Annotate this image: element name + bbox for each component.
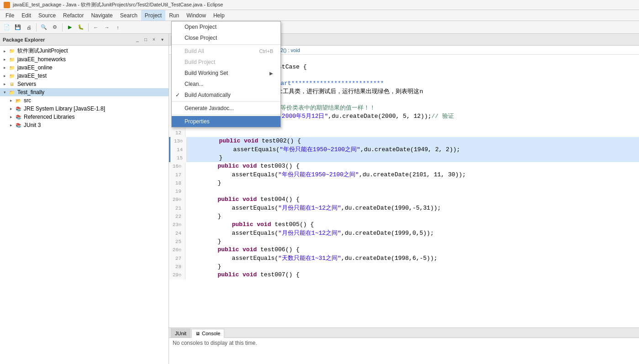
line-number: 24	[169, 229, 185, 237]
project-icon: 📁	[8, 56, 16, 63]
separator	[172, 115, 280, 115]
line-content: assertEquals("年份只能在1950~2100之间",du.creat…	[185, 171, 635, 179]
expand-arrow: ▸	[2, 81, 7, 87]
toolbar-gear[interactable]: ⚙	[50, 22, 60, 32]
tree-item-test-finally[interactable]: ▾ 📁 Test_finally	[0, 88, 169, 96]
toolbar-search[interactable]: 🔍	[39, 22, 49, 32]
line-content: public void test003() {	[185, 162, 635, 171]
bottom-panel: JUnit 🖥 Console No consoles to display a…	[169, 327, 639, 364]
code-line: 25 }	[169, 237, 639, 246]
maximize-icon[interactable]: □	[142, 36, 149, 43]
menu-search[interactable]: Search	[116, 10, 141, 21]
toolbar-new[interactable]: 📄	[2, 22, 12, 32]
console-text: No consoles to display at this time.	[173, 340, 257, 346]
tree-label: JRE System Library [JavaSE-1.8]	[24, 106, 105, 112]
close-panel-icon[interactable]: ×	[150, 36, 158, 43]
menu-window[interactable]: Window	[183, 10, 210, 21]
tree-item-online[interactable]: ▸ 📁 javaEE_online	[0, 63, 169, 72]
line-content: public void test005() {	[185, 221, 635, 229]
menu-build-all: Build All Ctrl+B	[172, 46, 280, 57]
code-line-15: 15 }	[169, 154, 639, 162]
toolbar-back[interactable]: ←	[91, 22, 101, 32]
code-line: 18 }	[169, 179, 639, 187]
checkmark-icon: ✓	[175, 92, 180, 98]
menu-help[interactable]: Help	[210, 10, 228, 21]
view-menu-icon[interactable]: ▾	[158, 36, 166, 43]
folder-icon: 🖥	[8, 80, 16, 88]
submenu-arrow-icon: ▶	[269, 71, 273, 76]
code-line: 26⊖ public void test006() {	[169, 246, 639, 254]
console-icon: 🖥	[195, 331, 200, 336]
menu-item-label: Close Project	[185, 35, 217, 41]
code-line: 12	[169, 129, 639, 137]
menu-refactor[interactable]: Refactor	[59, 10, 87, 21]
code-line: 16⊖ public void test003() {	[169, 162, 639, 171]
menu-build-automatically[interactable]: ✓ Build Automatically	[172, 90, 280, 100]
expand-arrow: ▸	[2, 57, 7, 62]
toolbar-sep2	[62, 23, 63, 32]
menu-file[interactable]: File	[2, 10, 18, 21]
line-number: 12	[169, 129, 185, 137]
tree-item-jre[interactable]: ▸ 📚 JRE System Library [JavaSE-1.8]	[0, 105, 169, 113]
window-title: javaEE_test_package - Java - 软件测试JunitPr…	[13, 1, 223, 8]
code-line: 20⊖ public void test004() {	[169, 195, 639, 204]
menu-close-project[interactable]: Close Project	[172, 32, 280, 43]
line-number: 13⊖	[170, 137, 187, 146]
tree-item-src[interactable]: ▸ 📂 src	[0, 96, 169, 105]
menu-run[interactable]: Run	[165, 10, 183, 21]
toolbar-up[interactable]: ↑	[113, 22, 123, 32]
tree-item-junit3[interactable]: ▸ 📚 JUnit 3	[0, 121, 169, 129]
menu-source[interactable]: Source	[35, 10, 59, 21]
line-content: public void test006() {	[185, 246, 635, 254]
toolbar-save[interactable]: 💾	[13, 22, 23, 32]
expand-arrow: ▾	[2, 90, 7, 95]
menu-navigate[interactable]: Navigate	[87, 10, 116, 21]
tree-item-javaee-test[interactable]: ▸ 📁 javaEE_test	[0, 72, 169, 80]
bottom-tabs: JUnit 🖥 Console	[169, 328, 639, 338]
package-tree: ▸ 📁 软件测试JunitProject ▸ 📁 javaEE_homework…	[0, 46, 169, 364]
tree-item-homeworks[interactable]: ▸ 📁 javaEE_homeworks	[0, 55, 169, 63]
package-explorer-header: Package Explorer _ □ × ▾	[0, 34, 169, 46]
tree-item-servers[interactable]: ▸ 🖥 Servers	[0, 80, 169, 88]
line-number: 29⊖	[169, 271, 185, 280]
tree-item-junit-project[interactable]: ▸ 📁 软件测试JunitProject	[0, 47, 169, 55]
expand-arrow: ▸	[2, 65, 7, 70]
toolbar-forward[interactable]: →	[102, 22, 112, 32]
tab-console[interactable]: 🖥 Console	[191, 329, 224, 338]
menu-project[interactable]: Project	[141, 10, 165, 21]
expand-arrow: ▸	[2, 73, 7, 79]
tree-label: javaEE_homeworks	[17, 56, 66, 63]
menu-open-project[interactable]: Open Project	[172, 21, 280, 32]
toolbar-print[interactable]: 🖨	[24, 22, 34, 32]
line-number: 17	[169, 171, 185, 179]
minimize-icon[interactable]: _	[134, 36, 141, 43]
menu-item-label: Open Project	[185, 24, 217, 30]
menu-bar: File Edit Source Refactor Navigate Searc…	[0, 10, 639, 21]
menu-properties[interactable]: Properties	[172, 116, 280, 127]
menu-generate-javadoc[interactable]: Generate Javadoc...	[172, 103, 280, 114]
line-content: }	[185, 212, 635, 221]
menu-clean[interactable]: Clean...	[172, 79, 280, 90]
line-content: assertEquals("年份只能在1950~2100之间",du.creat…	[187, 146, 635, 154]
menu-shortcut: Ctrl+B	[259, 48, 273, 54]
project-icon: 📁	[8, 64, 16, 71]
tab-junit[interactable]: JUnit	[171, 328, 190, 338]
package-explorer-panel: Package Explorer _ □ × ▾ ▸ 📁 软件测试JunitPr…	[0, 34, 169, 364]
menu-item-label: Build Project	[185, 59, 215, 65]
line-number: 21	[169, 204, 185, 212]
line-content: }	[185, 263, 635, 271]
code-line: 21 assertEquals("月份只能在1~12之间",du.createD…	[169, 204, 639, 212]
menu-build-working-set[interactable]: Build Working Set ▶	[172, 68, 280, 79]
console-content: No consoles to display at this time.	[169, 338, 639, 348]
code-line-14: 14 assertEquals("年份只能在1950~2100之间",du.cr…	[169, 146, 639, 154]
toolbar: 📄 💾 🖨 🔍 ⚙ ▶ 🐛 ← → ↑	[0, 21, 639, 34]
toolbar-run[interactable]: ▶	[65, 22, 75, 32]
separator	[172, 44, 280, 45]
menu-edit[interactable]: Edit	[18, 10, 35, 21]
line-number: 19	[169, 187, 185, 195]
toolbar-debug[interactable]: 🐛	[76, 22, 86, 32]
code-line: 24 assertEquals("月份只能在1~12之间",du.createD…	[169, 229, 639, 237]
expand-arrow: ▸	[8, 114, 14, 120]
tree-item-ref-libs[interactable]: ▸ 📚 Referenced Libraries	[0, 113, 169, 121]
line-number: 16⊖	[169, 162, 185, 171]
